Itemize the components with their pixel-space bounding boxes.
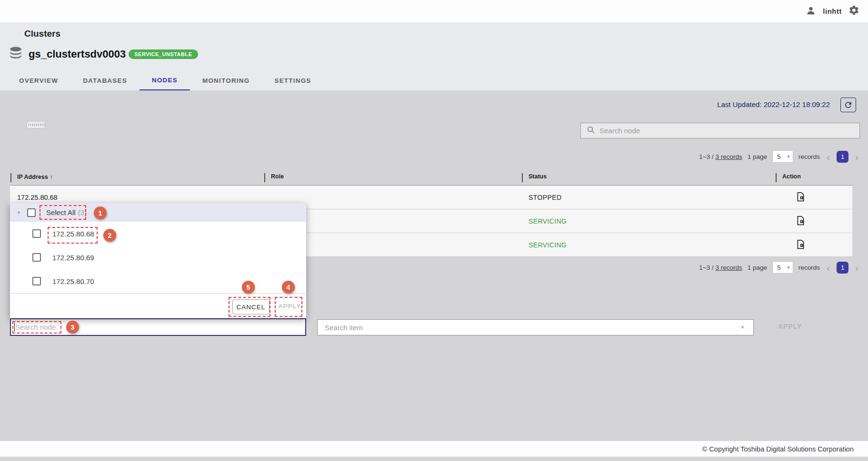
header-section: Clusters gs_clustertsdv0003 SERVICE_UNST… <box>0 22 868 90</box>
current-page-button[interactable]: 1 <box>837 262 848 274</box>
search-node-input[interactable] <box>599 127 845 135</box>
tab-nodes[interactable]: NODES <box>140 70 190 90</box>
column-role[interactable]: Role <box>271 173 284 180</box>
gear-icon[interactable] <box>848 5 859 18</box>
node-checkbox[interactable] <box>32 253 41 262</box>
records-link[interactable]: 3 records <box>715 153 742 160</box>
clusters-page: linhtt Clusters gs_clustertsdv0003 SERVI… <box>0 0 868 461</box>
tab-overview[interactable]: OVERVIEW <box>7 70 70 90</box>
cell-ip: 172.25.80.68 <box>17 194 58 201</box>
pagination-records-label: records <box>798 153 820 160</box>
top-bar: linhtt <box>0 0 868 22</box>
annotation-badge-3: 3 <box>66 321 79 333</box>
sort-asc-icon: ↑ <box>50 173 53 180</box>
annotation-badge-1: 1 <box>94 206 107 219</box>
caret-down-icon: ▼ <box>787 155 790 159</box>
next-page-icon[interactable]: › <box>854 263 860 273</box>
page-size-select[interactable]: 5 ▼ <box>772 150 793 163</box>
search-node-bar[interactable] <box>580 123 860 138</box>
pagination-page-label: 1 page <box>748 153 767 160</box>
page-title: Clusters <box>24 29 60 39</box>
annotation-badge-2: 2 <box>103 229 116 242</box>
log-file-icon[interactable] <box>786 192 815 203</box>
current-page-button[interactable]: 1 <box>837 151 848 163</box>
pagination-bottom: 1~3 / 3 records 1 page 5 ▼ records ‹ 1 › <box>699 261 860 274</box>
annotation-box-search-node <box>12 321 61 333</box>
node-checkbox[interactable] <box>32 277 41 285</box>
pagination-range: 1~3 / 3 records <box>699 264 742 271</box>
prev-page-icon[interactable]: ‹ <box>825 263 831 273</box>
cell-status: STOPPED <box>529 194 561 201</box>
tab-bar: OVERVIEW DATABASES NODES MONITORING SETT… <box>0 70 324 90</box>
caret-down-icon: ▼ <box>740 325 745 330</box>
footer: © Copyright Toshiba Digital Solutions Co… <box>0 441 868 457</box>
annotation-box-option <box>48 227 98 244</box>
collapse-caret-icon[interactable]: ▼ <box>17 210 21 215</box>
node-option[interactable]: 172.25.80.69 <box>10 245 306 269</box>
next-page-icon[interactable]: › <box>854 152 860 162</box>
pagination-page-label: 1 page <box>748 264 767 271</box>
log-file-icon[interactable] <box>786 216 815 227</box>
username-label[interactable]: linhtt <box>823 7 842 15</box>
node-option[interactable]: 172.25.80.70 <box>10 269 306 293</box>
annotation-box-select-all <box>40 205 86 220</box>
node-checkbox[interactable] <box>32 229 41 238</box>
column-action: Action <box>782 173 801 180</box>
prev-page-icon[interactable]: ‹ <box>825 152 831 162</box>
caret-down-icon: ▼ <box>787 265 790 270</box>
annotation-box-apply <box>275 297 302 317</box>
cell-status: SERVICING <box>529 217 567 225</box>
search-icon <box>587 126 595 136</box>
cluster-status-badge: SERVICE_UNSTABLE <box>129 49 198 59</box>
tab-settings[interactable]: SETTINGS <box>262 70 323 90</box>
table-header: IP Address↑ Role Status Action <box>10 170 852 186</box>
select-all-checkbox[interactable] <box>27 208 36 217</box>
tab-databases[interactable]: DATABASES <box>70 70 140 90</box>
annotation-badge-4: 4 <box>282 281 295 294</box>
log-file-icon[interactable] <box>786 239 815 251</box>
node-option-label: 172.25.80.70 <box>52 277 94 285</box>
search-item-select[interactable]: Search item ▼ <box>317 319 754 335</box>
cell-status: SERVICING <box>529 241 567 249</box>
page-size-select[interactable]: 5 ▼ <box>772 261 793 274</box>
refresh-button[interactable] <box>840 98 856 112</box>
pagination-range: 1~3 / 3 records <box>699 153 742 160</box>
column-status[interactable]: Status <box>529 173 547 180</box>
search-item-placeholder: Search item <box>325 324 363 332</box>
cluster-row: gs_clustertsdv0003 SERVICE_UNSTABLE <box>9 46 198 62</box>
annotation-box-cancel <box>229 297 270 317</box>
copyright-label: © Copyright Toshiba Digital Solutions Co… <box>702 445 854 453</box>
pagination-records-label: records <box>798 264 820 271</box>
column-ip-address[interactable]: IP Address↑ <box>17 173 53 180</box>
database-icon <box>9 46 23 62</box>
annotation-badge-5: 5 <box>242 281 255 294</box>
pagination-top: 1~3 / 3 records 1 page 5 ▼ records ‹ 1 › <box>699 150 860 163</box>
user-icon <box>806 5 816 18</box>
cluster-name: gs_clustertsdv0003 <box>29 48 126 60</box>
node-option-label: 172.25.80.69 <box>52 254 94 262</box>
records-link[interactable]: 3 records <box>715 264 742 271</box>
apply-filter-button-disabled[interactable]: APPLY <box>778 323 802 330</box>
tab-monitoring[interactable]: MONITORING <box>190 70 262 90</box>
tiny-artifact <box>27 122 45 128</box>
last-updated-label: Last Updated: 2022-12-12 18:09:22 <box>717 100 830 108</box>
